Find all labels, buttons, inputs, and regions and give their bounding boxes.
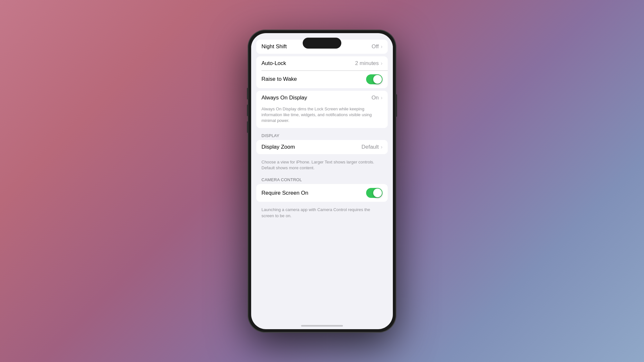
raise-to-wake-label: Raise to Wake bbox=[261, 76, 366, 82]
require-screen-on-row: Require Screen On bbox=[256, 184, 388, 202]
always-on-display-value: On bbox=[372, 95, 379, 101]
lock-group: Auto-Lock 2 minutes › Raise to Wake bbox=[256, 56, 388, 88]
night-shift-chevron: › bbox=[381, 43, 383, 50]
camera-control-section-header: CAMERA CONTROL bbox=[251, 175, 393, 184]
aod-group: Always On Display On › Always On Display… bbox=[256, 91, 388, 128]
auto-lock-row[interactable]: Auto-Lock 2 minutes › bbox=[256, 56, 388, 70]
display-zoom-description: Choose a view for iPhone. Larger Text sh… bbox=[251, 157, 393, 175]
night-shift-value: Off bbox=[372, 43, 379, 50]
auto-lock-value: 2 minutes bbox=[355, 60, 379, 67]
auto-lock-chevron: › bbox=[381, 60, 383, 67]
display-zoom-label: Display Zoom bbox=[261, 144, 361, 150]
auto-lock-label: Auto-Lock bbox=[261, 60, 355, 67]
home-indicator bbox=[301, 325, 343, 327]
always-on-display-chevron: › bbox=[381, 95, 383, 101]
display-section-header: DISPLAY bbox=[251, 131, 393, 140]
dynamic-island bbox=[303, 38, 341, 49]
display-zoom-group: Display Zoom Default › bbox=[256, 140, 388, 154]
require-screen-on-label: Require Screen On bbox=[261, 190, 366, 196]
always-on-display-description: Always On Display dims the Lock Screen w… bbox=[256, 105, 388, 128]
settings-container: Night Shift Off › Auto-Lock 2 minutes › … bbox=[251, 40, 393, 223]
settings-scroll-area[interactable]: Night Shift Off › Auto-Lock 2 minutes › … bbox=[251, 33, 393, 329]
require-screen-on-toggle-knob bbox=[373, 189, 382, 197]
require-screen-on-toggle[interactable] bbox=[366, 188, 383, 198]
raise-to-wake-toggle-knob bbox=[373, 75, 382, 84]
display-zoom-value: Default bbox=[361, 144, 379, 150]
phone-screen: Night Shift Off › Auto-Lock 2 minutes › … bbox=[251, 33, 393, 329]
phone-device: Night Shift Off › Auto-Lock 2 minutes › … bbox=[248, 30, 396, 332]
raise-to-wake-row: Raise to Wake bbox=[256, 70, 388, 88]
require-screen-on-description: Launching a camera app with Camera Contr… bbox=[251, 204, 393, 222]
display-zoom-chevron: › bbox=[381, 144, 383, 150]
display-zoom-row[interactable]: Display Zoom Default › bbox=[256, 140, 388, 154]
always-on-display-row[interactable]: Always On Display On › bbox=[256, 91, 388, 105]
raise-to-wake-toggle[interactable] bbox=[366, 74, 383, 84]
require-screen-on-group: Require Screen On bbox=[256, 184, 388, 202]
always-on-display-label: Always On Display bbox=[261, 95, 372, 101]
